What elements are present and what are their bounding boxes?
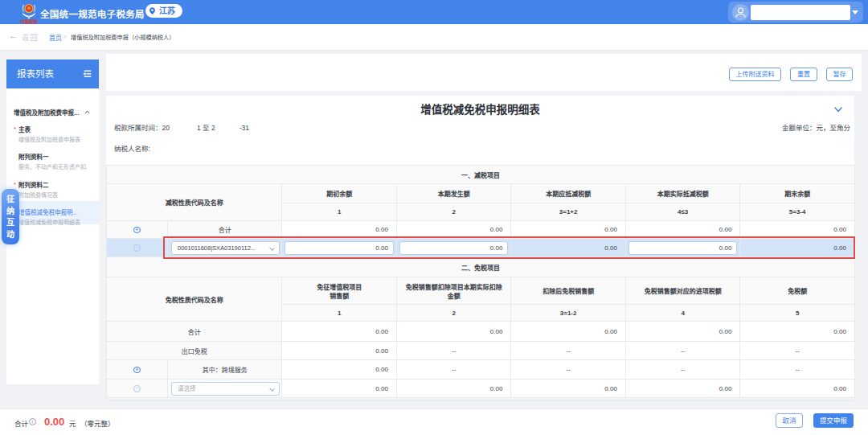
svg-text:中国税务: 中国税务: [20, 18, 38, 24]
